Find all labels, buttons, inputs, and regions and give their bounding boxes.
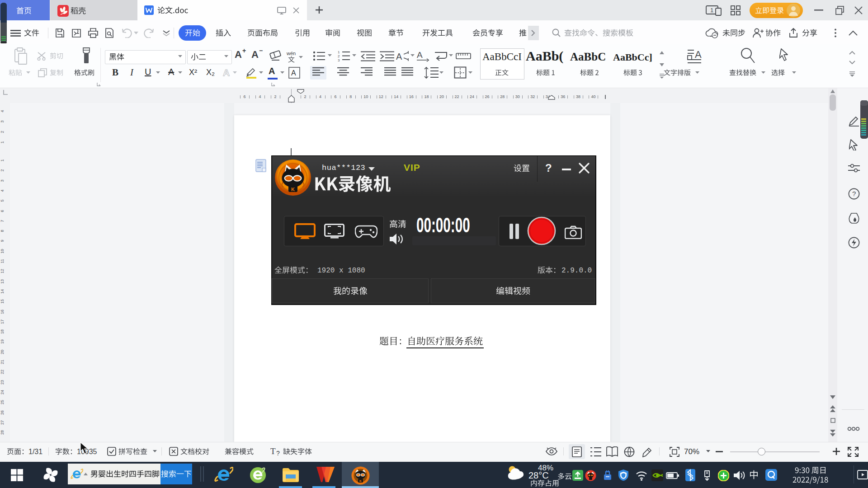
- svg-text:T: T: [270, 446, 276, 456]
- svg-text:?: ?: [852, 190, 856, 197]
- svg-text:K: K: [291, 187, 295, 192]
- svg-text:A: A: [396, 52, 402, 61]
- svg-text:3: 3: [338, 58, 340, 62]
- svg-text:1: 1: [338, 50, 340, 54]
- svg-text:1: 1: [710, 7, 713, 14]
- svg-text:2: 2: [338, 54, 340, 58]
- svg-text:A: A: [695, 49, 702, 60]
- svg-text:?: ?: [276, 450, 280, 456]
- svg-text:A: A: [417, 50, 423, 60]
- svg-text:A: A: [291, 69, 296, 77]
- svg-text:K: K: [359, 479, 362, 483]
- svg-text:A: A: [223, 67, 230, 78]
